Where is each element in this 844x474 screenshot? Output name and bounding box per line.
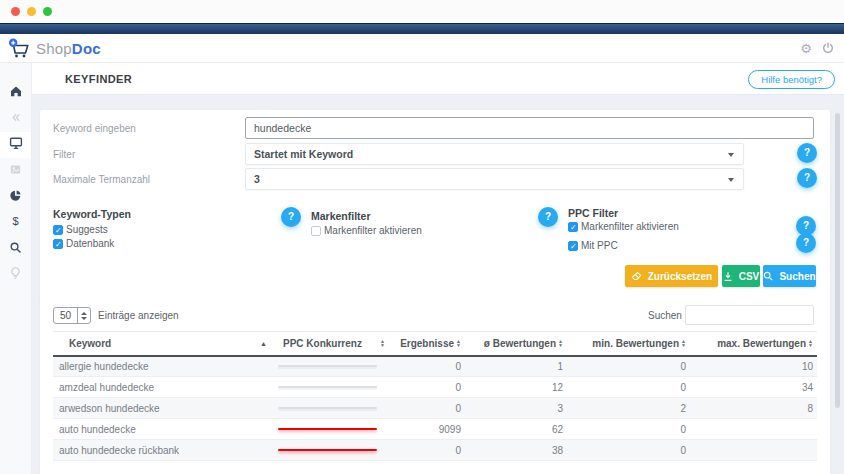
column-header-keyword[interactable]: Keyword▲ — [53, 332, 272, 356]
table-row: auto hundedecke9099620 — [53, 419, 817, 440]
table-search-label: Suchen — [648, 310, 682, 321]
ergebnisse-cell: 0 — [390, 398, 465, 419]
avg-bewertungen-cell: 1 — [465, 356, 567, 377]
search-button[interactable]: Suchen — [763, 265, 816, 287]
chevrons-left-icon — [9, 110, 22, 128]
ergebnisse-cell: 0 — [390, 356, 465, 377]
brand-filter-title: Markenfilter — [311, 210, 371, 222]
keyword-cell: auto hundedecke rückbank — [53, 440, 272, 461]
table-header-row: Keyword▲PPC Konkurrenz▲▼Ergebnisse▲▼ø Be… — [53, 332, 817, 356]
ppc-filter-options: Markenfilter aktivierenMit PPC — [568, 220, 679, 252]
results-table: Keyword▲PPC Konkurrenz▲▼Ergebnisse▲▼ø Be… — [53, 331, 817, 461]
column-label: max. Bewertungen — [717, 338, 806, 349]
filter-select-value: Startet mit Keyword — [254, 148, 353, 160]
dollar-icon: $ — [9, 214, 22, 232]
ppc-competition-bar — [278, 407, 377, 409]
column-header-ergebnisse[interactable]: Ergebnisse▲▼ — [390, 332, 465, 356]
monitor-icon — [9, 136, 23, 154]
sort-both-icon: ▲▼ — [558, 339, 563, 348]
column-header-max-bewertungen[interactable]: max. Bewertungen▲▼ — [690, 332, 817, 356]
column-label: ø Bewertungen — [484, 338, 556, 349]
max-bewertungen-cell: 8 — [690, 398, 817, 419]
checkbox-row[interactable]: Datenbank — [53, 237, 114, 250]
max-terms-help-button[interactable]: ? — [797, 168, 817, 188]
checkbox-label: Mit PPC — [581, 240, 618, 251]
table-row: allergie hundedecke01010 — [53, 356, 817, 377]
checkbox[interactable] — [53, 239, 63, 249]
ergebnisse-cell: 9099 — [390, 419, 465, 440]
sidebar-item-monitor[interactable] — [0, 132, 31, 158]
reset-button-label: Zurücksetzen — [648, 271, 712, 282]
sidebar-item-back[interactable] — [0, 106, 31, 132]
column-header--bewertungen[interactable]: ø Bewertungen▲▼ — [465, 332, 567, 356]
ppc-konkurrenz-cell — [272, 398, 390, 419]
sidebar-item-ideas[interactable] — [0, 262, 31, 288]
checkbox-row[interactable]: Markenfilter aktivieren — [568, 220, 679, 233]
sidebar-item-keyfinder[interactable] — [0, 236, 31, 262]
checkbox-label: Datenbank — [66, 238, 114, 249]
checkbox[interactable] — [311, 226, 321, 236]
sort-both-icon: ▲▼ — [681, 339, 686, 348]
reset-button[interactable]: Zurücksetzen — [625, 265, 718, 287]
checkbox-row[interactable]: Mit PPC — [568, 239, 679, 252]
column-label: PPC Konkurrenz — [283, 338, 362, 349]
max-terms-select[interactable]: 3 — [245, 168, 744, 190]
ppc-mitppc-help-button[interactable]: ? — [796, 233, 816, 253]
stepper-arrows-icon[interactable] — [77, 308, 90, 323]
keyfinder-form-card: Keyword eingeben Filter Startet mit Keyw… — [40, 110, 830, 300]
column-label: min. Bewertungen — [592, 338, 679, 349]
checkbox-label: Markenfilter aktivieren — [581, 221, 679, 232]
checkbox-row[interactable]: Markenfilter aktivieren — [311, 224, 422, 237]
table-row: auto hundedecke rückbank0380 — [53, 440, 817, 461]
scrollbar[interactable] — [835, 113, 840, 408]
sidebar-item-products[interactable] — [0, 158, 31, 184]
csv-download-button[interactable]: CSV — [722, 265, 760, 287]
ppc-competition-bar — [278, 365, 377, 367]
close-window-button[interactable] — [11, 7, 20, 16]
sidebar-item-analytics[interactable] — [0, 184, 31, 210]
shopdoc-logo[interactable]: ShopDoc — [7, 38, 101, 59]
ppc-konkurrenz-cell — [272, 356, 390, 377]
sidebar-item-home[interactable] — [0, 80, 31, 106]
maximize-window-button[interactable] — [43, 7, 52, 16]
ppc-konkurrenz-cell — [272, 377, 390, 398]
minimize-window-button[interactable] — [27, 7, 36, 16]
ppc-filter-help-button[interactable]: ? — [538, 207, 558, 227]
checkbox[interactable] — [568, 241, 578, 251]
svg-text:$: $ — [12, 215, 19, 227]
sidebar: $ — [0, 63, 32, 474]
keyword-cell: allergie hundedecke — [53, 356, 272, 377]
checkbox[interactable] — [568, 222, 578, 232]
checkbox[interactable] — [53, 225, 63, 235]
column-header-ppc-konkurrenz[interactable]: PPC Konkurrenz▲▼ — [272, 332, 390, 356]
ergebnisse-cell: 0 — [390, 440, 465, 461]
chevron-down-icon — [728, 153, 734, 157]
ppc-competition-bar — [278, 428, 377, 430]
sort-both-icon: ▲▼ — [380, 339, 385, 348]
column-label: Keyword — [69, 338, 111, 349]
filter-select-label: Filter — [53, 149, 75, 160]
settings-gear-icon[interactable]: ⚙ — [800, 42, 812, 55]
page-header: KEYFINDER Hilfe benötigt? — [32, 63, 844, 95]
avg-bewertungen-cell: 62 — [465, 419, 567, 440]
keyword-input[interactable] — [245, 117, 814, 139]
table-search-input[interactable] — [685, 305, 814, 325]
filter-help-button[interactable]: ? — [797, 143, 817, 163]
help-needed-button[interactable]: Hilfe benötigt? — [748, 70, 835, 89]
image-icon — [9, 162, 22, 180]
app-header: ShopDoc ⚙ — [0, 34, 844, 63]
sidebar-item-pricing[interactable]: $ — [0, 210, 31, 236]
chevron-down-icon — [728, 178, 734, 182]
column-header-min-bewertungen[interactable]: min. Bewertungen▲▼ — [567, 332, 690, 356]
ppc-competition-bar — [278, 449, 377, 451]
eraser-icon — [631, 271, 642, 282]
checkbox-row[interactable]: Suggests — [53, 223, 114, 236]
csv-button-label: CSV — [739, 271, 760, 282]
power-icon[interactable] — [822, 42, 834, 54]
filter-select[interactable]: Startet mit Keyword — [245, 143, 744, 165]
keyword-types-options: SuggestsDatenbank — [53, 223, 114, 250]
ppc-filter-title: PPC Filter — [568, 207, 618, 219]
main-area: KEYFINDER Hilfe benötigt? Keyword eingeb… — [32, 63, 844, 474]
brand-filter-help-button[interactable]: ? — [281, 207, 301, 227]
page-size-select[interactable]: 50 — [53, 307, 91, 324]
